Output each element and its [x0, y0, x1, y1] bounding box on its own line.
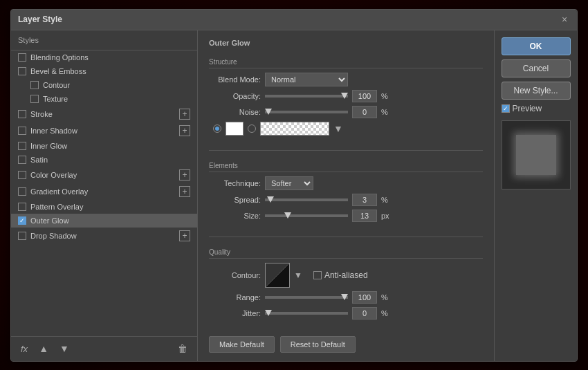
checkbox-stroke[interactable]: [18, 110, 26, 118]
spread-row: Spread: %: [209, 194, 483, 206]
label-gradient-overlay: Gradient Overlay: [30, 187, 88, 196]
color-swatch[interactable]: [226, 122, 244, 136]
size-label: Size:: [209, 212, 261, 220]
add-drop-shadow-icon[interactable]: +: [179, 230, 190, 241]
noise-input[interactable]: [352, 106, 377, 118]
blend-mode-select[interactable]: Normal Dissolve Multiply Screen: [265, 73, 348, 86]
gradient-dropdown-icon[interactable]: ▼: [333, 123, 343, 134]
jitter-row: Jitter: %: [209, 307, 483, 320]
noise-slider[interactable]: [265, 111, 348, 113]
technique-label: Technique:: [209, 179, 261, 187]
checkbox-satin[interactable]: [18, 156, 26, 164]
opacity-slider[interactable]: [265, 95, 348, 98]
add-color-overlay-icon[interactable]: +: [179, 169, 190, 181]
label-contour: Contour: [43, 81, 70, 89]
delete-icon[interactable]: 🗑: [175, 342, 190, 355]
preview-check-row: ✓ Preview: [502, 104, 571, 113]
cancel-button[interactable]: Cancel: [502, 59, 571, 77]
close-button[interactable]: ×: [559, 14, 570, 25]
label-stroke: Stroke: [30, 110, 53, 118]
sidebar-item-satin[interactable]: Satin: [11, 153, 197, 167]
structure-title: Structure: [209, 58, 483, 68]
size-input[interactable]: [352, 210, 377, 222]
fx-icon[interactable]: fx: [18, 342, 30, 355]
sidebar-item-gradient-overlay[interactable]: Gradient Overlay +: [11, 183, 197, 200]
preview-checkbox[interactable]: ✓: [502, 104, 510, 113]
checkbox-color-overlay[interactable]: [18, 171, 26, 179]
contour-row: Contour: ▼ Anti-aliased: [209, 263, 483, 288]
spread-input[interactable]: [352, 194, 377, 206]
noise-label: Noise:: [209, 108, 261, 116]
jitter-input[interactable]: [352, 307, 377, 320]
sidebar-item-contour[interactable]: Contour: [11, 78, 197, 92]
sidebar-item-outer-glow[interactable]: ✓ Outer Glow: [11, 214, 197, 228]
checkbox-inner-glow[interactable]: [18, 142, 26, 150]
range-slider[interactable]: [265, 296, 348, 299]
move-down-icon[interactable]: ▼: [57, 342, 72, 355]
checkbox-contour[interactable]: [30, 81, 39, 89]
label-texture: Texture: [43, 95, 68, 103]
checkbox-gradient-overlay[interactable]: [18, 187, 26, 196]
jitter-label: Jitter:: [209, 309, 261, 317]
gradient-radio[interactable]: [248, 124, 256, 133]
ok-button[interactable]: OK: [502, 37, 571, 55]
quality-section: Quality Contour: ▼ Anti-aliased: [209, 248, 483, 323]
quality-title: Quality: [209, 248, 483, 259]
right-panel: OK Cancel New Style... ✓ Preview: [494, 30, 577, 361]
spread-slider[interactable]: [265, 198, 348, 201]
range-row: Range: %: [209, 291, 483, 304]
sidebar-item-texture[interactable]: Texture: [11, 92, 197, 106]
opacity-unit: %: [381, 92, 392, 100]
anti-aliased-checkbox[interactable]: [313, 271, 322, 279]
contour-preview[interactable]: [265, 263, 290, 288]
color-row: ▼: [209, 122, 483, 136]
checkbox-blending-options[interactable]: [18, 53, 26, 62]
contour-dropdown-icon[interactable]: ▼: [294, 270, 302, 280]
checkbox-outer-glow[interactable]: ✓: [18, 216, 26, 225]
sidebar-item-stroke[interactable]: Stroke +: [11, 106, 197, 122]
checkbox-texture[interactable]: [30, 95, 39, 103]
outer-glow-title: Outer Glow: [209, 39, 483, 47]
checkbox-bevel-emboss[interactable]: [18, 67, 26, 75]
dialog-body: Styles Blending Options Bevel & Emboss: [11, 30, 577, 361]
move-up-icon[interactable]: ▲: [36, 342, 51, 355]
sidebar-item-inner-shadow[interactable]: Inner Shadow +: [11, 122, 197, 139]
checkbox-inner-shadow[interactable]: [18, 127, 26, 135]
opacity-input[interactable]: [352, 90, 377, 102]
solid-color-radio[interactable]: [213, 124, 221, 133]
divider-1: [209, 150, 483, 151]
checkbox-pattern-overlay[interactable]: [18, 203, 26, 211]
reset-to-default-button[interactable]: Reset to Default: [280, 336, 356, 353]
gradient-swatch[interactable]: [260, 122, 329, 136]
preview-label: Preview: [513, 104, 542, 113]
blend-mode-row: Blend Mode: Normal Dissolve Multiply Scr…: [209, 73, 483, 86]
opacity-label: Opacity:: [209, 92, 261, 100]
add-inner-shadow-icon[interactable]: +: [179, 125, 190, 136]
range-input[interactable]: [352, 291, 377, 304]
sidebar-item-inner-glow[interactable]: Inner Glow: [11, 139, 197, 153]
anti-aliased-group: Anti-aliased: [313, 270, 368, 280]
add-stroke-icon[interactable]: +: [179, 109, 190, 120]
opacity-row: Opacity: %: [209, 90, 483, 102]
sidebar-item-blending-options[interactable]: Blending Options: [11, 50, 197, 64]
styles-list: Blending Options Bevel & Emboss Contour: [11, 50, 197, 336]
jitter-unit: %: [381, 309, 392, 317]
elements-title: Elements: [209, 162, 483, 172]
sidebar-item-color-overlay[interactable]: Color Overlay +: [11, 167, 197, 183]
technique-row: Technique: Softer Precise: [209, 176, 483, 190]
styles-header: Styles: [11, 30, 197, 50]
sidebar-item-bevel-emboss[interactable]: Bevel & Emboss: [11, 64, 197, 78]
label-bevel-emboss: Bevel & Emboss: [30, 67, 86, 75]
new-style-button[interactable]: New Style...: [502, 82, 571, 100]
make-default-button[interactable]: Make Default: [209, 336, 275, 353]
jitter-slider[interactable]: [265, 312, 348, 315]
size-slider[interactable]: [265, 214, 348, 217]
label-inner-glow: Inner Glow: [30, 142, 67, 150]
sidebar-item-pattern-overlay[interactable]: Pattern Overlay: [11, 200, 197, 214]
size-unit: px: [381, 212, 392, 220]
label-blending-options: Blending Options: [30, 53, 89, 62]
technique-select[interactable]: Softer Precise: [265, 176, 313, 190]
checkbox-drop-shadow[interactable]: [18, 232, 26, 240]
sidebar-item-drop-shadow[interactable]: Drop Shadow +: [11, 228, 197, 244]
add-gradient-overlay-icon[interactable]: +: [179, 186, 190, 197]
